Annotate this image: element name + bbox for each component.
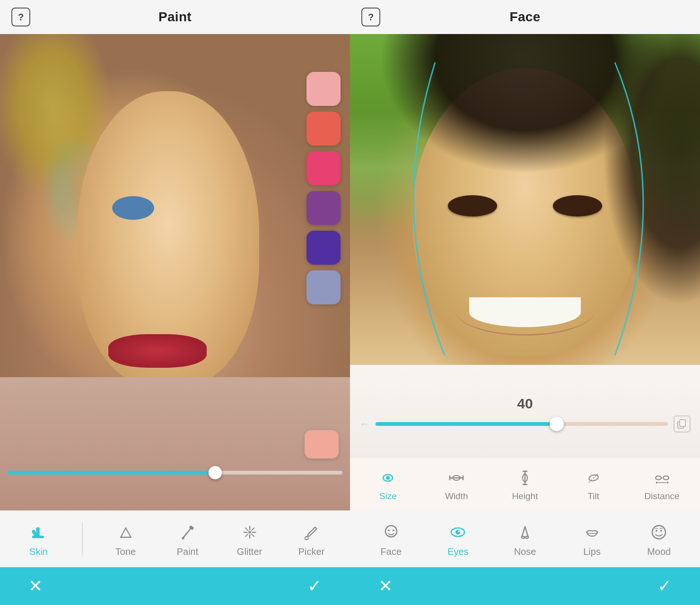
- paint-action-bar: ✕ ✓: [0, 567, 350, 605]
- eye-tool-width[interactable]: Width: [433, 467, 480, 501]
- paint-icon: [176, 521, 199, 544]
- cat-mood-label: Mood: [647, 546, 671, 557]
- swatch-hot-pink[interactable]: [306, 151, 341, 185]
- cat-eyes[interactable]: Eyes: [434, 521, 481, 557]
- tone-label: Tone: [115, 546, 136, 557]
- svg-point-15: [305, 536, 308, 540]
- face-cancel-button[interactable]: ✕: [378, 576, 393, 596]
- color-swatches-panel: [306, 72, 341, 304]
- eye-tool-height-label: Height: [512, 491, 538, 501]
- picker-label: Picker: [298, 546, 325, 557]
- smile-line: [455, 285, 595, 336]
- tone-icon: [114, 521, 137, 544]
- tool-skin[interactable]: Skin: [20, 521, 58, 557]
- cat-nose[interactable]: Nose: [501, 521, 549, 557]
- face-title: Face: [509, 9, 540, 25]
- eye-tool-tilt[interactable]: Tilt: [570, 467, 617, 501]
- face-action-bar: ✕ ✓: [350, 567, 700, 605]
- eye-left-face: [553, 195, 602, 216]
- svg-point-38: [393, 529, 394, 531]
- cat-face-icon: [380, 521, 402, 544]
- tool-picker[interactable]: Picker: [293, 521, 331, 557]
- eye-right-face: [448, 195, 497, 216]
- face-photo: [350, 34, 700, 458]
- skin-label: Skin: [29, 546, 48, 557]
- eye-left: [112, 196, 154, 220]
- svg-point-41: [458, 530, 460, 532]
- cat-mood-icon: [648, 521, 670, 544]
- swatch-blue-grey[interactable]: [306, 270, 341, 304]
- paint-help-button[interactable]: ?: [11, 8, 30, 26]
- eye-height-icon: [515, 467, 535, 488]
- eye-size-icon: [377, 467, 398, 488]
- paint-title: Paint: [158, 9, 192, 25]
- face-confirm-button[interactable]: ✓: [657, 576, 672, 596]
- svg-line-12: [251, 528, 254, 530]
- paint-slider-area: [8, 463, 342, 482]
- eye-tilt-icon: [583, 467, 604, 488]
- skin-icon: [27, 521, 50, 544]
- paint-header: ? Paint: [0, 0, 350, 34]
- paint-slider-thumb[interactable]: [209, 466, 222, 479]
- copy-icon[interactable]: [674, 415, 691, 432]
- swatch-coral[interactable]: [306, 112, 341, 146]
- eye-tool-distance-label: Distance: [645, 491, 680, 501]
- face-slider-container: 40 ←: [350, 396, 700, 432]
- face-slider-thumb[interactable]: [550, 417, 564, 431]
- cat-lips-label: Lips: [583, 546, 601, 557]
- svg-point-30: [656, 476, 661, 480]
- svg-line-3: [184, 528, 191, 537]
- eye-tool-distance[interactable]: Distance: [639, 467, 686, 501]
- eye-distance-icon: [652, 467, 673, 488]
- picker-icon: [300, 521, 323, 544]
- svg-point-44: [660, 530, 662, 532]
- current-color-indicator[interactable]: [305, 430, 339, 458]
- cat-face[interactable]: Face: [368, 521, 415, 557]
- cat-mood[interactable]: Mood: [635, 521, 682, 557]
- eye-width-icon: [446, 467, 467, 488]
- face-help-button[interactable]: ?: [361, 8, 380, 26]
- eye-tool-tilt-label: Tilt: [587, 491, 599, 501]
- glitter-label: Glitter: [237, 546, 262, 557]
- svg-line-13: [245, 534, 248, 536]
- cat-lips-icon: [581, 521, 604, 544]
- cat-lips[interactable]: Lips: [569, 521, 616, 557]
- cat-eyes-label: Eyes: [447, 546, 468, 557]
- swatch-pink-light[interactable]: [306, 72, 341, 106]
- svg-line-10: [245, 528, 248, 530]
- face-slider-track[interactable]: [376, 422, 668, 426]
- hair-right-side: [595, 34, 700, 331]
- svg-point-42: [652, 526, 665, 539]
- tool-divider: [82, 522, 83, 555]
- face-panel: ? Face: [350, 0, 700, 605]
- eye-tool-width-label: Width: [445, 491, 468, 501]
- face-image-area[interactable]: 40 ←: [350, 34, 700, 458]
- paint-image-area[interactable]: [0, 34, 350, 510]
- paint-toolbar: Skin Tone Paint: [0, 510, 350, 567]
- svg-point-43: [656, 530, 657, 532]
- paint-photo: [0, 34, 350, 510]
- paint-cancel-button[interactable]: ✕: [28, 576, 43, 596]
- paint-slider-track[interactable]: [8, 471, 342, 475]
- svg-point-19: [386, 476, 390, 480]
- cat-eyes-icon: [446, 521, 469, 544]
- svg-rect-17: [680, 420, 685, 426]
- svg-point-40: [455, 530, 460, 535]
- eye-tool-size-label: Size: [379, 491, 397, 501]
- eye-tool-height[interactable]: Height: [501, 467, 549, 501]
- paint-slider-fill: [8, 471, 209, 475]
- svg-line-11: [251, 534, 254, 536]
- tool-tone[interactable]: Tone: [107, 521, 145, 557]
- swatch-purple[interactable]: [306, 191, 341, 225]
- paint-confirm-button[interactable]: ✓: [307, 576, 322, 596]
- eye-tool-size[interactable]: Size: [364, 467, 411, 501]
- svg-point-5: [182, 536, 184, 539]
- face-slider-fill: [376, 422, 557, 426]
- tool-glitter[interactable]: Glitter: [231, 521, 269, 557]
- swatch-indigo[interactable]: [306, 231, 341, 265]
- tool-paint[interactable]: Paint: [169, 521, 207, 557]
- face-category-bar: Face Eyes Nose: [350, 510, 700, 567]
- paint-label: Paint: [177, 546, 199, 557]
- sweater: [0, 377, 350, 510]
- slider-value-display: 40: [359, 396, 691, 412]
